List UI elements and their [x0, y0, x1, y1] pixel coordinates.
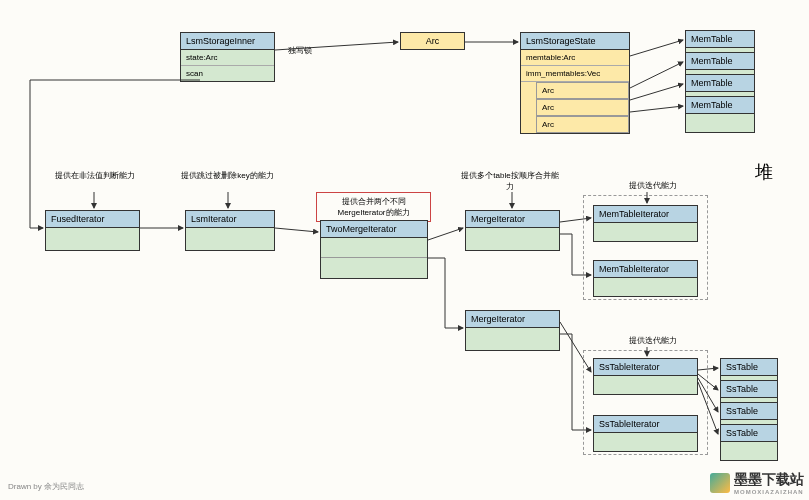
node-row: Arc [536, 82, 629, 99]
memtable-iterator-node: MemTableIterator [593, 260, 698, 297]
node-title: LsmStorageInner [181, 33, 274, 50]
watermark: 墨墨下载站 MOMOXIAZAIZHAN [710, 471, 804, 495]
merge-iterator-node: MergeIterator [465, 310, 560, 351]
svg-line-3 [630, 62, 683, 88]
merge-desc-label: 提供多个table按顺序合并能力 [460, 170, 560, 192]
iter-desc-label: 提供迭代能力 [613, 335, 693, 346]
svg-line-7 [275, 228, 318, 232]
watermark-sub: MOMOXIAZAIZHAN [734, 489, 804, 495]
sstable-iterator-node: SsTableIterator [593, 415, 698, 452]
fused-iterator-node: FusedIterator [45, 210, 140, 251]
node-row: Arc [536, 116, 629, 133]
exclusive-lock-label: 独写锁 [288, 45, 312, 56]
sstable-node: SsTable [720, 424, 778, 461]
lsm-storage-inner-node: LsmStorageInner state:Arc scan [180, 32, 275, 82]
watermark-text: 墨墨下载站 [734, 471, 804, 489]
svg-line-2 [630, 40, 683, 56]
lsm-storage-state-node: LsmStorageState memtable:Arc imm_memtabl… [520, 32, 630, 134]
svg-line-5 [630, 106, 683, 112]
two-merge-desc-label: 提供合并两个不同MergeIterator的能力 [316, 192, 431, 222]
memtable-iterator-node: MemTableIterator [593, 205, 698, 242]
node-title: LsmStorageState [521, 33, 629, 50]
heap-label: 堆 [755, 160, 773, 184]
svg-line-8 [428, 228, 463, 240]
sstable-iterator-node: SsTableIterator [593, 358, 698, 395]
node-row: Arc [536, 99, 629, 116]
node-row: scan [181, 66, 274, 81]
lsm-iter-desc-label: 提供跳过被删除key的能力 [180, 170, 275, 181]
merge-iterator-node: MergeIterator [465, 210, 560, 251]
iter-desc-label: 提供迭代能力 [613, 180, 693, 191]
fused-desc-label: 提供在非法值判断能力 [50, 170, 140, 181]
node-row: imm_memtables:Vec [521, 66, 629, 82]
lsm-iterator-node: LsmIterator [185, 210, 275, 251]
footer-credit: Drawn by 余为民同志 [8, 481, 84, 492]
node-row: memtable:Arc [521, 50, 629, 66]
two-merge-iterator-node: TwoMergeIterator [320, 220, 428, 279]
arc-node: Arc [400, 32, 465, 50]
svg-line-4 [630, 84, 683, 100]
watermark-icon [710, 473, 730, 493]
memtable-node: MemTable [685, 96, 755, 133]
node-row: state:Arc [181, 50, 274, 66]
